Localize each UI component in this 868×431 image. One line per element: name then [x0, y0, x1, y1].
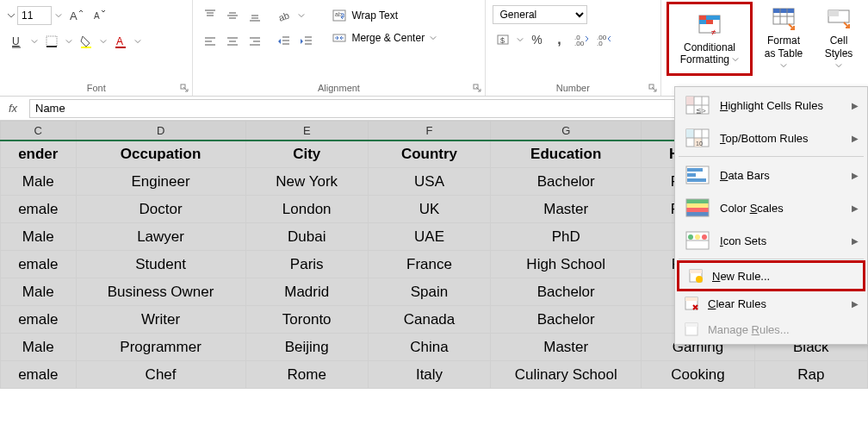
data-cell[interactable]: China: [368, 334, 490, 361]
data-cell[interactable]: Bachelor: [491, 168, 642, 196]
data-cell[interactable]: Master: [491, 196, 642, 223]
data-cell[interactable]: USA: [368, 168, 490, 196]
data-cell[interactable]: Canada: [368, 306, 490, 334]
data-cell[interactable]: Bachelor: [491, 306, 642, 334]
data-cell[interactable]: Male: [1, 278, 77, 306]
header-cell[interactable]: Country: [368, 141, 490, 168]
data-cell[interactable]: Student: [76, 251, 245, 278]
borders-dropdown[interactable]: [64, 31, 74, 52]
data-cell[interactable]: Writer: [76, 306, 245, 334]
data-cell[interactable]: Rome: [245, 361, 368, 389]
column-header[interactable]: F: [368, 122, 490, 141]
menu-top-bottom-rules[interactable]: 10 Top/Bottom Rules ▶: [675, 122, 867, 154]
data-cell[interactable]: Paris: [245, 251, 368, 278]
data-cell[interactable]: Programmer: [76, 334, 245, 361]
align-middle-icon[interactable]: [222, 5, 243, 26]
underline-dropdown[interactable]: [29, 31, 40, 52]
data-cell[interactable]: Engineer: [76, 168, 245, 196]
menu-data-bars[interactable]: Data Bars ▶: [675, 159, 867, 191]
align-top-icon[interactable]: [200, 5, 220, 26]
decrease-indent-icon[interactable]: [274, 31, 294, 52]
data-cell[interactable]: New York: [245, 168, 368, 196]
data-cell[interactable]: Chef: [76, 361, 245, 389]
data-cell[interactable]: Master: [491, 334, 642, 361]
font-color-button[interactable]: A: [110, 31, 131, 52]
number-dialog-launcher[interactable]: [647, 82, 659, 94]
header-cell[interactable]: City: [245, 141, 368, 168]
data-cell[interactable]: Male: [1, 168, 77, 196]
svg-rect-91: [685, 297, 698, 301]
data-cell[interactable]: PhD: [491, 223, 642, 251]
font-size-input[interactable]: [17, 6, 52, 25]
font-name-dropdown-edge[interactable]: [7, 5, 16, 26]
data-cell[interactable]: Toronto: [245, 306, 368, 334]
font-color-dropdown[interactable]: [133, 31, 143, 52]
column-header[interactable]: E: [245, 122, 368, 141]
align-center-icon[interactable]: [222, 31, 243, 52]
decrease-font-icon[interactable]: A: [88, 5, 108, 26]
orientation-dropdown[interactable]: [296, 5, 307, 26]
format-as-table-button[interactable]: Format as Table: [756, 2, 811, 76]
increase-indent-icon[interactable]: [296, 31, 317, 52]
fill-color-dropdown[interactable]: [98, 31, 108, 52]
data-cell[interactable]: Male: [1, 334, 77, 361]
data-cell[interactable]: Business Owner: [76, 278, 245, 306]
column-header[interactable]: D: [76, 122, 245, 141]
menu-manage-rules[interactable]: Manage Rules...: [675, 316, 867, 342]
data-cell[interactable]: London: [245, 196, 368, 223]
data-cell[interactable]: emale: [1, 251, 77, 278]
data-cell[interactable]: Bachelor: [491, 278, 642, 306]
decrease-decimal-icon[interactable]: .00.0: [594, 29, 615, 50]
menu-clear-rules[interactable]: Clear Rules ▶: [675, 290, 867, 316]
data-cell[interactable]: Madrid: [245, 278, 368, 306]
data-cell[interactable]: emale: [1, 196, 77, 223]
data-cell[interactable]: France: [368, 251, 490, 278]
number-format-select[interactable]: General: [493, 5, 587, 24]
data-cell[interactable]: emale: [1, 306, 77, 334]
data-cell[interactable]: Spain: [368, 278, 490, 306]
data-cell[interactable]: Doctor: [76, 196, 245, 223]
header-cell[interactable]: ender: [1, 141, 77, 168]
align-right-icon[interactable]: [245, 31, 265, 52]
accounting-dropdown[interactable]: [515, 29, 525, 50]
column-header[interactable]: G: [491, 122, 642, 141]
conditional-formatting-button[interactable]: ≠ Conditional Formatting: [666, 2, 753, 76]
align-bottom-icon[interactable]: [245, 5, 265, 26]
fill-color-button[interactable]: [76, 31, 96, 52]
merge-center-button[interactable]: Merge & Center: [327, 28, 442, 48]
data-cell[interactable]: emale: [1, 361, 77, 389]
underline-button[interactable]: U: [7, 31, 28, 52]
header-cell[interactable]: Occupation: [76, 141, 245, 168]
wrap-text-button[interactable]: ab Wrap Text: [327, 5, 442, 26]
borders-button[interactable]: [41, 31, 62, 52]
header-cell[interactable]: Education: [491, 141, 642, 168]
data-cell[interactable]: High School: [491, 251, 642, 278]
data-cell[interactable]: Dubai: [245, 223, 368, 251]
cell-styles-button[interactable]: Cell Styles: [815, 2, 863, 76]
fx-icon[interactable]: fx: [3, 102, 22, 115]
data-cell[interactable]: Male: [1, 223, 77, 251]
menu-color-scales[interactable]: Color Scales ▶: [675, 191, 867, 224]
alignment-dialog-launcher[interactable]: [471, 82, 483, 94]
increase-font-icon[interactable]: A: [65, 5, 86, 26]
comma-button[interactable]: ,: [549, 29, 570, 50]
align-left-icon[interactable]: [200, 31, 220, 52]
data-cell[interactable]: Cooking: [642, 361, 754, 389]
font-dialog-launcher[interactable]: [178, 82, 190, 94]
data-cell[interactable]: Italy: [368, 361, 490, 389]
data-cell[interactable]: Culinary School: [491, 361, 642, 389]
data-cell[interactable]: Lawyer: [76, 223, 245, 251]
data-cell[interactable]: UK: [368, 196, 490, 223]
menu-icon-sets[interactable]: Icon Sets ▶: [675, 224, 867, 257]
data-cell[interactable]: Beijing: [245, 334, 368, 361]
accounting-format-icon[interactable]: $: [493, 29, 513, 50]
data-cell[interactable]: Rap: [754, 361, 867, 389]
menu-new-rule[interactable]: New Rule...: [679, 263, 863, 289]
column-header[interactable]: C: [1, 122, 77, 141]
data-cell[interactable]: UAE: [368, 223, 490, 251]
increase-decimal-icon[interactable]: .0.00: [572, 29, 592, 50]
font-size-dropdown[interactable]: [53, 5, 64, 26]
percent-button[interactable]: %: [527, 29, 548, 50]
orientation-icon[interactable]: ab: [274, 5, 294, 26]
menu-highlight-cells-rules[interactable]: ≦> HHighlight Cells Rulesighlight Cells …: [675, 89, 867, 122]
